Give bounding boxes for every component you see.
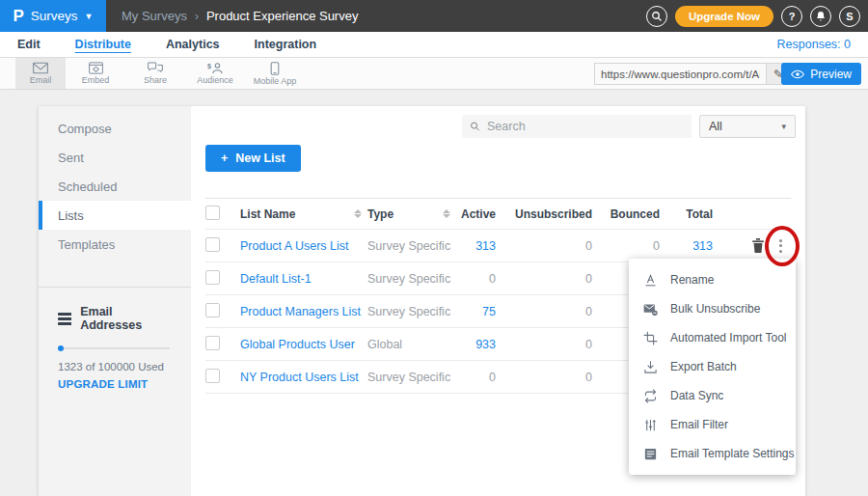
row-checkbox[interactable]	[205, 237, 220, 252]
upgrade-limit-link[interactable]: UPGRADE LIMIT	[58, 378, 172, 390]
tab-analytics[interactable]: Analytics	[166, 38, 220, 51]
row-menu-kebab-icon[interactable]	[773, 235, 788, 257]
menu-item-data-sync-label: Data Sync	[670, 389, 723, 402]
automated-import-tool-icon	[643, 331, 658, 345]
menu-item-rename[interactable]: Rename	[629, 265, 796, 294]
mobile-app-icon	[270, 62, 280, 75]
unsubscribed-count: 0	[509, 239, 606, 253]
preview-button[interactable]: Preview	[781, 63, 861, 85]
help-button[interactable]: ?	[781, 6, 802, 27]
col-type: Type	[367, 207, 393, 221]
active-count: 0	[456, 272, 509, 286]
select-all-checkbox[interactable]	[205, 206, 220, 220]
list-name-link[interactable]: Product Managers List	[240, 305, 361, 318]
email-filter-icon	[643, 418, 658, 432]
embed-icon	[89, 62, 103, 74]
menu-item-automated-import[interactable]: Automated Import Tool	[629, 323, 796, 352]
menu-item-email-filter[interactable]: Email Filter	[629, 410, 796, 439]
col-unsubscribed: Unsubscribed	[509, 207, 606, 221]
usage-progress-bar	[58, 347, 170, 349]
tab-distribute[interactable]: Distribute	[75, 38, 131, 51]
breadcrumb-my-surveys[interactable]: My Surveys	[122, 9, 187, 23]
sidebar-sent-label: Sent	[58, 151, 84, 165]
sort-type-icon[interactable]	[443, 209, 456, 218]
table-row: Product A Users List Survey Specific 313…	[205, 230, 791, 262]
active-count: 313	[456, 239, 509, 253]
row-checkbox[interactable]	[205, 270, 220, 285]
new-list-button[interactable]: + New List	[205, 145, 301, 172]
questionpro-logo-icon: P	[13, 8, 23, 24]
sidebar-item-sent[interactable]: Sent	[39, 143, 191, 172]
menu-item-bulk-unsubscribe[interactable]: Bulk Unsubscribe	[629, 294, 796, 323]
search-icon	[470, 121, 480, 132]
bulk-unsubscribe-icon	[643, 302, 658, 317]
export-batch-icon	[643, 360, 658, 374]
list-name-link[interactable]: Default List-1	[240, 272, 312, 286]
mode-email[interactable]: Email	[15, 58, 66, 89]
unsubscribed-count: 0	[509, 338, 606, 351]
mode-share-label: Share	[144, 75, 167, 85]
menu-item-automated-import-label: Automated Import Tool	[670, 331, 787, 344]
tab-integration[interactable]: Integration	[255, 38, 317, 51]
table-header-row: List Name Type Active Unsubscribed Bounc…	[205, 198, 791, 230]
upgrade-now-button[interactable]: Upgrade Now	[675, 6, 773, 27]
notifications-button[interactable]	[810, 6, 831, 27]
row-checkbox[interactable]	[205, 303, 220, 317]
sort-list-name-icon[interactable]	[354, 209, 367, 218]
email-icon	[33, 62, 48, 74]
menu-item-bulk-unsubscribe-label: Bulk Unsubscribe	[670, 302, 760, 316]
survey-url-input[interactable]	[594, 63, 766, 85]
active-count: 933	[456, 338, 509, 351]
list-type-label: Global	[367, 338, 402, 351]
list-type-label: Survey Specific	[367, 305, 450, 318]
total-count: 313	[673, 239, 726, 253]
mode-embed-label: Embed	[82, 75, 110, 85]
preview-label: Preview	[810, 68, 852, 81]
bell-icon	[815, 11, 827, 22]
trash-icon	[751, 238, 765, 253]
sidebar-lists-label: Lists	[58, 208, 84, 223]
breadcrumb-separator-icon: ›	[195, 10, 199, 23]
sidebar-item-scheduled[interactable]: Scheduled	[39, 172, 191, 201]
search-icon	[651, 11, 663, 22]
row-checkbox[interactable]	[205, 369, 220, 383]
mode-mobile-app[interactable]: Mobile App	[245, 58, 305, 89]
menu-item-export-batch[interactable]: Export Batch	[629, 352, 796, 381]
mode-audience-label: Audience	[197, 75, 233, 85]
menu-item-data-sync[interactable]: Data Sync	[629, 381, 796, 410]
search-button[interactable]	[646, 6, 667, 27]
mode-share[interactable]: Share	[125, 58, 185, 89]
sidebar-item-lists[interactable]: Lists	[39, 201, 191, 230]
topbar-actions: Upgrade Now ? S	[646, 6, 860, 27]
menu-item-email-template-settings[interactable]: Email Template Settings	[629, 439, 796, 468]
unsubscribed-count: 0	[509, 272, 606, 286]
plus-icon: +	[221, 152, 228, 165]
list-name-link[interactable]: Global Products User	[240, 338, 355, 351]
responses-count[interactable]: Responses: 0	[777, 38, 851, 51]
lists-panel: Compose Sent Scheduled Lists Templates E…	[39, 106, 805, 496]
account-avatar[interactable]: S	[839, 6, 860, 27]
list-name-link[interactable]: NY Product Users List	[240, 371, 359, 384]
row-checkbox[interactable]	[205, 336, 220, 350]
breadcrumb: My Surveys › Product Experience Survey	[122, 9, 358, 23]
mode-audience[interactable]: $ Audience	[185, 58, 245, 89]
col-total: Total	[673, 207, 726, 221]
chevron-down-icon: ▼	[85, 12, 94, 21]
avatar-initial: S	[846, 11, 853, 22]
surveys-product-switcher[interactable]: P Surveys ▼	[0, 0, 106, 32]
chevron-down-icon: ▾	[781, 122, 786, 131]
list-search-input[interactable]	[487, 120, 684, 133]
mode-email-label: Email	[30, 75, 52, 85]
sidebar-item-templates[interactable]: Templates	[39, 230, 191, 259]
unsubscribed-count: 0	[509, 371, 606, 384]
delete-list-button[interactable]	[751, 238, 765, 253]
menu-item-email-template-settings-label: Email Template Settings	[670, 447, 795, 460]
menu-item-export-batch-label: Export Batch	[670, 360, 737, 373]
list-name-link[interactable]: Product A Users List	[240, 239, 349, 253]
question-mark-icon: ?	[789, 11, 796, 22]
sidebar-item-compose[interactable]: Compose	[39, 114, 191, 143]
mode-embed[interactable]: Embed	[66, 58, 125, 89]
tab-edit[interactable]: Edit	[17, 38, 41, 51]
survey-nav: Edit Distribute Analytics Integration Re…	[0, 32, 868, 58]
list-filter-dropdown[interactable]: All ▾	[699, 115, 796, 138]
